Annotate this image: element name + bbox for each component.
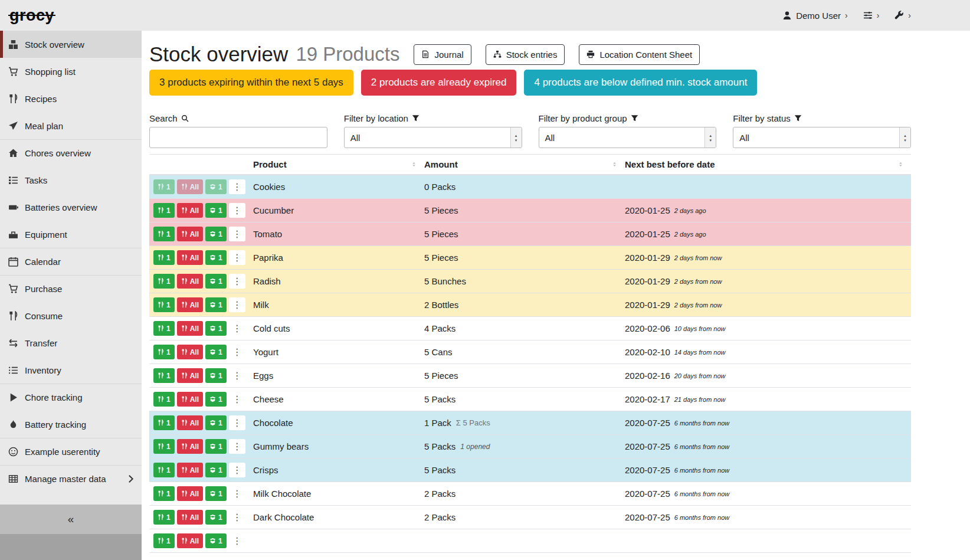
sidebar-item-transfer[interactable]: Transfer — [0, 329, 142, 356]
sidebar-item-stock-overview[interactable]: Stock overview — [0, 31, 142, 58]
sidebar-collapse-button[interactable]: « — [0, 505, 142, 534]
open-one-button[interactable]: 1 — [205, 533, 227, 548]
consume-one-button[interactable]: 1 — [153, 415, 175, 430]
open-one-button[interactable]: 1 — [205, 510, 227, 525]
open-one-button[interactable]: 1 — [205, 250, 227, 265]
sidebar-item-shopping-list[interactable]: Shopping list — [0, 58, 142, 85]
open-one-button[interactable]: 1 — [205, 368, 227, 383]
consume-all-button[interactable]: All — [177, 415, 203, 430]
user-menu[interactable]: Demo User › — [782, 11, 848, 21]
row-menu-button[interactable]: ⋮ — [229, 463, 245, 477]
sidebar-item-batteries-overview[interactable]: Batteries overview — [0, 194, 142, 221]
open-one-button[interactable]: 1 — [205, 486, 227, 501]
sidebar-item-chores-overview[interactable]: Chores overview — [0, 139, 142, 166]
consume-one-button[interactable]: 1 — [153, 203, 175, 218]
consume-one-button[interactable]: 1 — [153, 439, 175, 454]
product-group-select[interactable]: All ▴▾ — [539, 127, 717, 148]
consume-all-button[interactable]: All — [177, 227, 203, 241]
consume-all-button[interactable]: All — [177, 392, 203, 407]
stock-entries-button[interactable]: Stock entries — [486, 44, 565, 65]
open-one-button[interactable]: 1 — [205, 297, 227, 312]
journal-button[interactable]: Journal — [414, 44, 471, 65]
consume-one-button[interactable]: 1 — [153, 463, 175, 477]
consume-all-button[interactable]: All — [177, 297, 203, 312]
expiring-soon-alert[interactable]: 3 products expiring within the next 5 da… — [149, 70, 353, 96]
open-one-button[interactable]: 1 — [205, 203, 227, 218]
open-one-button[interactable]: 1 — [205, 392, 227, 407]
consume-all-button[interactable]: All — [177, 321, 203, 336]
consume-one-button[interactable]: 1 — [153, 274, 175, 289]
consume-one-button[interactable]: 1 — [153, 297, 175, 312]
consume-one-button[interactable]: 1 — [153, 486, 175, 501]
amount-column-header[interactable]: Amount — [424, 155, 625, 174]
consume-all-button[interactable]: All — [177, 250, 203, 265]
row-menu-button[interactable]: ⋮ — [229, 486, 245, 501]
settings-menu[interactable]: › — [863, 11, 880, 20]
consume-one-button[interactable]: 1 — [153, 179, 175, 194]
consume-one-button[interactable]: 1 — [153, 321, 175, 336]
consume-one-button[interactable]: 1 — [153, 510, 175, 525]
consume-one-button[interactable]: 1 — [153, 533, 175, 548]
consume-all-button[interactable]: All — [177, 510, 203, 525]
sidebar-item-example-userentity[interactable]: Example userentity — [0, 438, 142, 465]
row-menu-button[interactable]: ⋮ — [229, 368, 245, 383]
sidebar-item-chore-tracking[interactable]: Chore tracking — [0, 384, 142, 411]
location-select[interactable]: All ▴▾ — [344, 127, 522, 148]
open-one-button[interactable]: 1 — [205, 439, 227, 454]
location-content-sheet-button[interactable]: Location Content Sheet — [579, 44, 700, 65]
open-one-button[interactable]: 1 — [205, 415, 227, 430]
consume-all-button[interactable]: All — [177, 368, 203, 383]
row-menu-button[interactable]: ⋮ — [229, 345, 245, 359]
open-one-button[interactable]: 1 — [205, 321, 227, 336]
sidebar-item-inventory[interactable]: Inventory — [0, 356, 142, 384]
open-one-button[interactable]: 1 — [205, 345, 227, 359]
expired-alert[interactable]: 2 products are already expired — [361, 70, 517, 96]
row-menu-button[interactable]: ⋮ — [229, 392, 245, 407]
row-menu-button[interactable]: ⋮ — [229, 250, 245, 265]
sidebar-item-equipment[interactable]: Equipment — [0, 221, 142, 248]
consume-one-button[interactable]: 1 — [153, 345, 175, 359]
consume-all-button[interactable]: All — [177, 345, 203, 359]
sidebar-item-calendar[interactable]: Calendar — [0, 248, 142, 275]
consume-one-button[interactable]: 1 — [153, 250, 175, 265]
sidebar-item-recipes[interactable]: Recipes — [0, 85, 142, 112]
consume-one-button[interactable]: 1 — [153, 392, 175, 407]
sidebar-item-purchase[interactable]: Purchase — [0, 275, 142, 302]
consume-all-button[interactable]: All — [177, 274, 203, 289]
open-one-button[interactable]: 1 — [205, 227, 227, 241]
consume-one-button[interactable]: 1 — [153, 227, 175, 241]
open-one-button[interactable]: 1 — [205, 179, 227, 194]
row-menu-button[interactable]: ⋮ — [229, 179, 245, 194]
sidebar-item-consume[interactable]: Consume — [0, 302, 142, 329]
open-one-button[interactable]: 1 — [205, 274, 227, 289]
consume-all-button[interactable]: All — [177, 463, 203, 477]
consume-all-button[interactable]: All — [177, 439, 203, 454]
best-before-column-header[interactable]: Next best before date — [625, 155, 911, 174]
consume-all-button[interactable]: All — [177, 486, 203, 501]
row-menu-button[interactable]: ⋮ — [229, 439, 245, 454]
row-menu-button[interactable]: ⋮ — [229, 227, 245, 241]
search-input[interactable] — [149, 127, 327, 148]
consume-all-button[interactable]: All — [177, 203, 203, 218]
row-menu-button[interactable]: ⋮ — [229, 533, 245, 548]
status-select[interactable]: All ▴▾ — [733, 127, 911, 148]
grocy-logo[interactable]: grocy — [9, 6, 54, 25]
product-column-header[interactable]: Product — [253, 155, 424, 174]
row-menu-button[interactable]: ⋮ — [229, 297, 245, 312]
row-menu-button[interactable]: ⋮ — [229, 203, 245, 218]
row-menu-button[interactable]: ⋮ — [229, 274, 245, 289]
consume-all-button[interactable]: All — [177, 179, 203, 194]
row-menu-button[interactable]: ⋮ — [229, 415, 245, 430]
admin-menu[interactable]: › — [894, 11, 911, 20]
sidebar-item-label: Battery tracking — [25, 420, 136, 430]
sidebar-item-meal-plan[interactable]: Meal plan — [0, 112, 142, 139]
consume-all-button[interactable]: All — [177, 533, 203, 548]
row-menu-button[interactable]: ⋮ — [229, 510, 245, 525]
consume-one-button[interactable]: 1 — [153, 368, 175, 383]
open-one-button[interactable]: 1 — [205, 463, 227, 477]
sidebar-item-battery-tracking[interactable]: Battery tracking — [0, 411, 142, 438]
sidebar-item-manage-master-data[interactable]: Manage master data — [0, 465, 142, 492]
sidebar-item-tasks[interactable]: Tasks — [0, 166, 142, 194]
row-menu-button[interactable]: ⋮ — [229, 321, 245, 336]
below-min-stock-alert[interactable]: 4 products are below defined min. stock … — [524, 70, 757, 96]
